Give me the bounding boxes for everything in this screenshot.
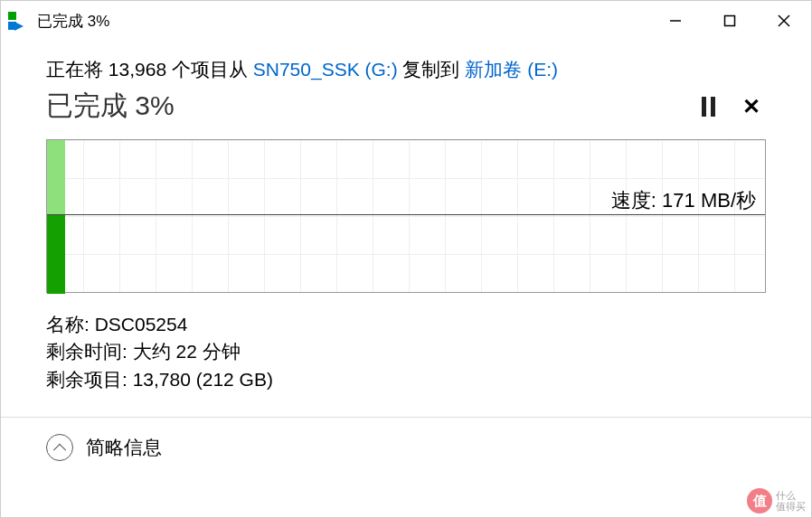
window-title: 已完成 3% — [37, 11, 109, 32]
speed-graph: 速度: 171 MB/秒 — [46, 139, 766, 293]
chevron-up-icon — [46, 434, 73, 461]
close-button[interactable] — [757, 3, 811, 39]
watermark: 值 什么 值得买 — [747, 488, 806, 513]
detail-time-remaining: 剩余时间: 大约 22 分钟 — [46, 338, 766, 365]
speed-label: 速度: 171 MB/秒 — [611, 187, 756, 214]
detail-items-remaining: 剩余项目: 13,780 (212 GB) — [46, 366, 766, 393]
item-count: 13,968 — [109, 59, 166, 80]
cancel-button[interactable]: ✕ — [742, 94, 760, 119]
details-toggle-label: 简略信息 — [86, 435, 162, 460]
source-drive-link[interactable]: SN750_SSK (G:) — [253, 59, 398, 80]
copy-description: 正在将 13,968 个项目从 SN750_SSK (G:) 复制到 新加卷 (… — [46, 57, 766, 82]
detail-name: 名称: DSC05254 — [46, 311, 766, 338]
destination-drive-link[interactable]: 新加卷 (E:) — [465, 59, 558, 80]
maximize-button[interactable] — [703, 3, 757, 39]
svg-rect-1 — [725, 16, 735, 26]
copy-progress-icon — [8, 12, 30, 30]
progress-status: 已完成 3% — [46, 88, 175, 125]
details-toggle[interactable]: 简略信息 — [1, 418, 811, 477]
minimize-button[interactable] — [648, 3, 703, 39]
titlebar: 已完成 3% — [1, 1, 811, 41]
pause-button[interactable] — [702, 97, 715, 117]
